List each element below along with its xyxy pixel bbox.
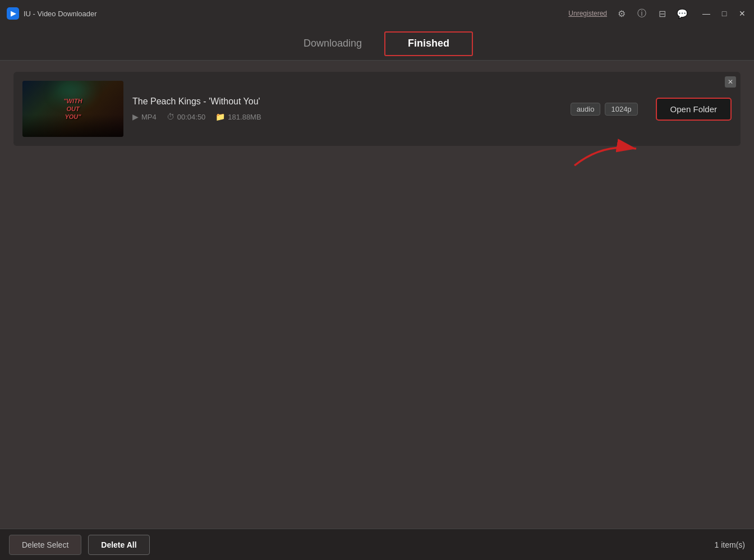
item-info: The Peach Kings - 'Without You' ▶ MP4 ⏱ …: [132, 97, 562, 121]
duration-meta: ⏱ 00:04:50: [167, 112, 206, 121]
resolution-badge: 1024p: [605, 103, 637, 116]
cart-icon[interactable]: ⊟: [656, 8, 668, 19]
duration-value: 00:04:50: [177, 113, 206, 121]
tab-bar: Downloading Finished: [0, 27, 754, 61]
item-badges: audio 1024p: [571, 103, 638, 116]
item-meta: ▶ MP4 ⏱ 00:04:50 📁 181.88MB: [132, 112, 562, 121]
title-bar: ▶ IU - Video Downloader Unregistered ⚙ ⓘ…: [0, 0, 754, 27]
maximize-button[interactable]: □: [719, 9, 729, 18]
format-value: MP4: [141, 113, 157, 121]
info-icon[interactable]: ⓘ: [636, 8, 647, 20]
tab-finished[interactable]: Finished: [384, 31, 473, 56]
format-icon: ▶: [132, 112, 139, 121]
item-count: 1 item(s): [715, 540, 745, 549]
window-controls: — □ ✕: [701, 9, 747, 18]
download-item: "WITHOUTYOU" The Peach Kings - 'Without …: [13, 72, 741, 146]
minimize-button[interactable]: —: [701, 9, 711, 18]
audio-badge: audio: [571, 103, 601, 116]
tab-downloading[interactable]: Downloading: [281, 31, 384, 56]
unregistered-link[interactable]: Unregistered: [568, 10, 607, 17]
thumbnail-glow: [56, 86, 90, 98]
open-folder-button[interactable]: Open Folder: [656, 98, 732, 121]
chat-icon[interactable]: 💬: [677, 8, 688, 19]
main-content: "WITHOUTYOU" The Peach Kings - 'Without …: [0, 61, 754, 529]
delete-select-button[interactable]: Delete Select: [9, 535, 81, 555]
thumbnail-text: "WITHOUTYOU": [63, 97, 82, 121]
settings-icon[interactable]: ⚙: [616, 8, 627, 19]
close-button[interactable]: ✕: [737, 9, 747, 18]
item-title: The Peach Kings - 'Without You': [132, 97, 562, 107]
filesize-meta: 📁 181.88MB: [215, 112, 261, 121]
item-close-button[interactable]: ✕: [725, 76, 736, 88]
delete-all-button[interactable]: Delete All: [88, 535, 149, 555]
clock-icon: ⏱: [167, 112, 174, 121]
folder-icon: 📁: [215, 112, 225, 121]
app-icon: ▶: [7, 7, 19, 20]
thumbnail: "WITHOUTYOU": [22, 81, 123, 137]
format-meta: ▶ MP4: [132, 112, 157, 121]
title-bar-left: ▶ IU - Video Downloader: [7, 7, 97, 20]
filesize-value: 181.88MB: [228, 113, 261, 121]
bottom-bar: Delete Select Delete All 1 item(s): [0, 529, 754, 560]
title-bar-right: Unregistered ⚙ ⓘ ⊟ 💬 — □ ✕: [568, 8, 747, 20]
app-title: IU - Video Downloader: [24, 10, 97, 18]
